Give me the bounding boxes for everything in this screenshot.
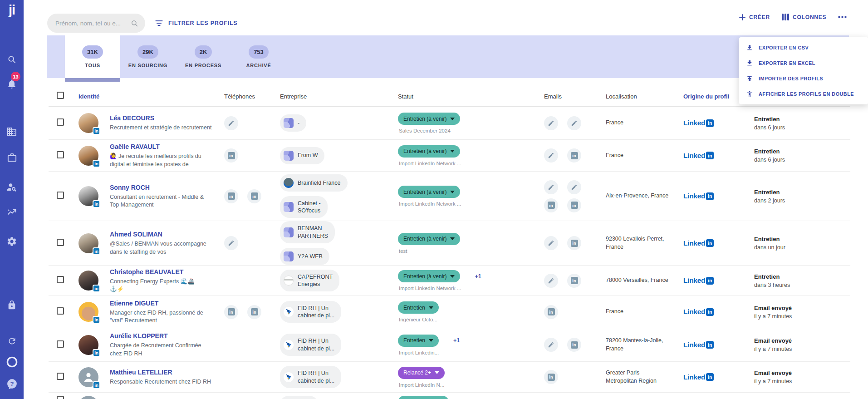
company-pill[interactable]: FID RH | Un cabinet de pl...: [280, 301, 341, 323]
status-plus-badge[interactable]: +1: [475, 273, 481, 280]
column-header-origine-du-profil[interactable]: Origine du profil: [678, 93, 749, 100]
status-pill[interactable]: Entretien (à venir): [398, 113, 460, 125]
linkedin-phone-icon[interactable]: in: [224, 305, 238, 319]
row-checkbox[interactable]: [57, 307, 64, 315]
linkedin-email-icon[interactable]: in: [567, 274, 581, 288]
column-header-statut[interactable]: Statut: [393, 93, 540, 100]
linkedin-logo[interactable]: Linkedin: [683, 152, 714, 160]
search-icon[interactable]: [0, 51, 24, 68]
linkedin-email-icon[interactable]: in: [567, 338, 581, 352]
company-pill[interactable]: [280, 396, 318, 399]
linkedin-phone-icon[interactable]: in: [247, 305, 261, 319]
company-pill[interactable]: Brainfield France: [280, 174, 348, 192]
refresh-icon[interactable]: [0, 333, 24, 349]
company-pill[interactable]: FID RH | Un cabinet de pl...: [280, 366, 341, 388]
linkedin-email-icon[interactable]: in: [544, 370, 558, 384]
company-pill[interactable]: From W: [280, 147, 324, 164]
avatar[interactable]: in: [78, 302, 98, 322]
status-plus-badge[interactable]: +1: [453, 337, 460, 344]
row-checkbox[interactable]: [57, 373, 64, 380]
more-actions-button[interactable]: [838, 16, 847, 18]
avatar[interactable]: in: [78, 335, 98, 355]
linkedin-email-icon[interactable]: in: [544, 305, 558, 319]
candidate-search-icon[interactable]: [0, 179, 24, 195]
tab-archive[interactable]: 753ARCHIVÉ: [231, 35, 286, 78]
column-header-localisation[interactable]: Localisation: [601, 93, 678, 100]
linkedin-logo[interactable]: Linkedin: [683, 373, 714, 381]
companies-building-icon[interactable]: [0, 123, 24, 140]
status-pill[interactable]: Entretien (à venir): [398, 145, 460, 158]
company-pill[interactable]: FID RH | Un cabinet de pl...: [280, 334, 341, 356]
tab-en-process[interactable]: 2KEN PROCESS: [176, 35, 231, 78]
security-lock-icon[interactable]: [0, 297, 24, 313]
status-pill[interactable]: Entretien: [398, 335, 439, 347]
linkedin-logo[interactable]: Linkedin: [683, 308, 714, 316]
linkedin-logo[interactable]: Linkedin: [683, 276, 714, 285]
row-checkbox[interactable]: [57, 118, 64, 126]
status-pill[interactable]: [398, 396, 449, 399]
status-pill[interactable]: Relancé 2+: [398, 367, 445, 379]
company-pill[interactable]: -: [280, 114, 306, 132]
linkedin-logo[interactable]: Linkedin: [683, 192, 714, 200]
edit-phone-icon[interactable]: [224, 236, 238, 250]
menu-item-exporter-en-excel[interactable]: EXPORTER EN EXCEL: [739, 55, 868, 71]
edit-email-icon[interactable]: [544, 180, 558, 194]
profile-name-link[interactable]: Ahmed SOLIMAN: [110, 231, 162, 238]
profile-name-link[interactable]: Gaëlle RAVAULT: [110, 143, 160, 150]
avatar[interactable]: in: [78, 396, 98, 399]
profile-name-link[interactable]: Sonny ROCH: [110, 184, 150, 191]
column-header-entreprise[interactable]: Entreprise: [275, 93, 393, 100]
status-ring-icon[interactable]: [0, 354, 24, 370]
avatar[interactable]: in: [78, 113, 98, 133]
notifications-bell-icon[interactable]: 13: [0, 76, 24, 92]
analytics-trending-icon[interactable]: [0, 204, 24, 221]
edit-email-icon[interactable]: [567, 180, 581, 194]
columns-button[interactable]: COLONNES: [782, 14, 826, 20]
avatar[interactable]: in: [78, 233, 98, 253]
linkedin-phone-icon[interactable]: in: [247, 189, 261, 203]
tab-tous[interactable]: 31KTOUS: [65, 35, 120, 78]
help-icon[interactable]: ?: [0, 375, 24, 392]
column-header-identite[interactable]: Identité: [78, 93, 218, 100]
edit-email-icon[interactable]: [544, 148, 558, 163]
settings-gear-icon[interactable]: [0, 233, 24, 250]
edit-phone-icon[interactable]: [224, 116, 238, 130]
menu-item-afficher-les-profils-en-double[interactable]: AFFICHER LES PROFILS EN DOUBLE: [739, 86, 868, 102]
column-header-telephones[interactable]: Téléphones: [218, 93, 275, 100]
create-button[interactable]: CRÉER: [739, 14, 770, 20]
avatar[interactable]: in: [78, 367, 98, 387]
profile-name-link[interactable]: Christophe BEAUVALET: [110, 268, 183, 276]
edit-email-icon[interactable]: [544, 236, 558, 250]
company-pill[interactable]: BENMAN PARTNERS: [280, 221, 335, 243]
linkedin-phone-icon[interactable]: in: [224, 189, 238, 203]
company-pill[interactable]: CAPEFRONT Energies: [280, 270, 339, 292]
row-checkbox[interactable]: [57, 396, 64, 399]
linkedin-email-icon[interactable]: in: [567, 236, 581, 250]
company-pill[interactable]: Cabinet - SO'focus: [280, 196, 328, 218]
linkedin-email-icon[interactable]: in: [567, 198, 581, 212]
linkedin-logo[interactable]: Linkedin: [683, 341, 714, 349]
status-pill[interactable]: Entretien (à venir): [398, 186, 460, 198]
linkedin-email-icon[interactable]: in: [544, 198, 558, 212]
avatar[interactable]: in: [78, 146, 98, 166]
linkedin-phone-icon[interactable]: in: [224, 148, 238, 163]
row-checkbox[interactable]: [57, 192, 64, 199]
profile-name-link[interactable]: Aurélie KLOPPERT: [110, 332, 168, 340]
app-logo[interactable]: ji: [0, 3, 24, 18]
linkedin-logo[interactable]: Linkedin: [683, 119, 714, 127]
linkedin-email-icon[interactable]: in: [567, 148, 581, 163]
status-pill[interactable]: Entretien (à venir): [398, 270, 460, 282]
menu-item-exporter-en-csv[interactable]: EXPORTER EN CSV: [739, 40, 868, 55]
edit-email-icon[interactable]: [544, 274, 558, 288]
status-pill[interactable]: Entretien (à venir): [398, 233, 460, 245]
edit-email-icon[interactable]: [567, 116, 581, 130]
row-checkbox[interactable]: [57, 340, 64, 348]
row-checkbox[interactable]: [57, 276, 64, 283]
edit-email-icon[interactable]: [544, 338, 558, 352]
row-checkbox[interactable]: [57, 151, 64, 158]
select-all-checkbox[interactable]: [57, 92, 64, 99]
profile-name-link[interactable]: Etienne DIGUET: [110, 300, 158, 307]
avatar[interactable]: in: [78, 186, 98, 206]
avatar[interactable]: in: [78, 271, 98, 291]
row-checkbox[interactable]: [57, 239, 64, 246]
